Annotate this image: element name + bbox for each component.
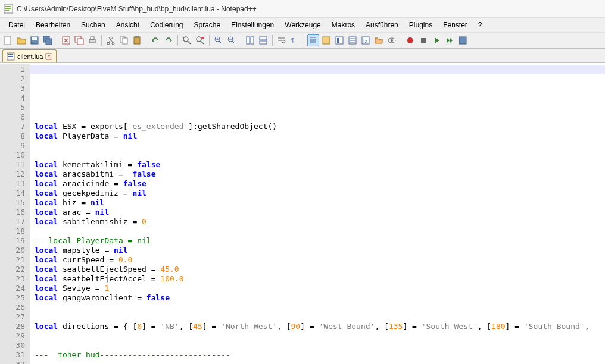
menu-item-ausführen[interactable]: Ausführen (361, 20, 403, 30)
save-button[interactable] (29, 34, 40, 46)
close-all-button[interactable] (73, 34, 85, 46)
code-line[interactable]: local hiz = nil (35, 198, 605, 208)
play-multi-button[interactable] (444, 34, 456, 46)
toolbar-separator (101, 35, 102, 46)
redo-button[interactable] (163, 34, 174, 46)
code-line[interactable]: local aracicinde = false (35, 179, 605, 189)
menu-item-datei[interactable]: Datei (4, 20, 30, 30)
code-line[interactable]: local seatbeltEjectAccel = 100.0 (35, 274, 605, 284)
udl-button[interactable] (320, 34, 332, 46)
menu-item-?[interactable]: ? (473, 20, 487, 30)
code-line[interactable]: local directions = { [0] = 'NB', [45] = … (35, 322, 605, 331)
close-button[interactable] (60, 34, 72, 46)
code-line[interactable] (35, 141, 605, 150)
code-line[interactable]: local sabitlenmishiz = 0 (35, 217, 605, 227)
menu-item-fenster[interactable]: Fenster (438, 20, 472, 30)
code-line[interactable]: local PlayerData = nil (35, 131, 605, 141)
toolbar-separator (304, 35, 304, 46)
print-button[interactable] (86, 34, 98, 46)
monitor-button[interactable] (386, 34, 398, 46)
toolbar-separator (401, 35, 401, 46)
folder-button[interactable] (373, 34, 385, 46)
play-macro-button[interactable] (431, 34, 442, 46)
indent-guide-button[interactable] (307, 34, 319, 46)
svg-rect-31 (336, 37, 343, 44)
wordwrap-button[interactable] (276, 34, 288, 46)
tab-close-button[interactable]: × (45, 53, 52, 60)
svg-rect-8 (46, 39, 52, 45)
code-line[interactable]: local seatbeltEjectSpeed = 45.0 (35, 265, 605, 274)
save-all-button[interactable] (42, 34, 54, 46)
show-all-chars-button[interactable]: ¶ (289, 34, 301, 46)
code-line[interactable]: --- toher hud---------------------------… (35, 350, 605, 360)
find-button[interactable] (181, 34, 193, 46)
line-number: 10 (0, 150, 25, 160)
code-line[interactable]: local Seviye = 1 (35, 284, 605, 293)
code-line[interactable]: local aracsabitmi = false (35, 170, 605, 179)
code-line[interactable] (35, 150, 605, 160)
code-area[interactable]: local ESX = exports['es_extended']:getSh… (30, 64, 605, 364)
code-line[interactable] (35, 103, 605, 112)
menu-item-bearbeiten[interactable]: Bearbeiten (31, 20, 75, 30)
undo-button[interactable] (149, 34, 161, 46)
line-number: 22 (0, 265, 25, 274)
code-line[interactable] (35, 112, 605, 122)
doc-map-button[interactable] (333, 34, 345, 46)
cut-button[interactable] (105, 34, 117, 46)
svg-rect-32 (337, 38, 339, 43)
sync-h-button[interactable] (257, 34, 269, 46)
copy-button[interactable] (118, 34, 130, 46)
svg-point-21 (197, 37, 201, 42)
code-line[interactable] (35, 360, 605, 364)
menu-item-werkzeuge[interactable]: Werkzeuge (280, 20, 325, 30)
paste-button[interactable] (131, 34, 143, 46)
line-number: 2 (0, 74, 25, 84)
toolbar-separator (241, 35, 241, 46)
line-number: 5 (0, 103, 25, 112)
svg-rect-27 (260, 37, 267, 40)
line-number: 21 (0, 255, 25, 265)
code-line[interactable]: local currSpeed = 0.0 (35, 255, 605, 265)
code-line[interactable]: local ESX = exports['es_extended']:getSh… (35, 122, 605, 131)
code-line[interactable]: local gangwaronclient = false (35, 293, 605, 303)
line-number: 9 (0, 141, 25, 150)
code-line[interactable] (35, 227, 605, 236)
doc-list-button[interactable] (347, 34, 358, 46)
line-number: 8 (0, 131, 25, 141)
menu-item-ansicht[interactable]: Ansicht (111, 20, 144, 30)
zoom-out-button[interactable] (226, 34, 238, 46)
svg-rect-22 (201, 37, 204, 39)
code-line[interactable]: -- local PlayerData = nil (35, 236, 605, 246)
menu-item-einstellungen[interactable]: Einstellungen (226, 20, 279, 30)
lua-file-icon (7, 52, 15, 61)
zoom-in-button[interactable] (213, 34, 224, 46)
code-line[interactable] (35, 93, 605, 103)
menu-item-suchen[interactable]: Suchen (76, 20, 110, 30)
line-number: 20 (0, 246, 25, 255)
code-line[interactable]: local arac = nil (35, 208, 605, 217)
code-line[interactable]: local kemertakilimi = false (35, 160, 605, 170)
code-line[interactable]: local gecekpedimiz = nil (35, 189, 605, 198)
open-file-button[interactable] (15, 34, 27, 46)
code-line[interactable]: local mapstyle = nil (35, 246, 605, 255)
line-number: 15 (0, 198, 25, 208)
replace-button[interactable] (194, 34, 206, 46)
code-line[interactable] (35, 331, 605, 341)
save-macro-button[interactable] (457, 34, 469, 46)
line-number: 17 (0, 217, 25, 227)
menu-item-codierung[interactable]: Codierung (145, 20, 188, 30)
func-list-button[interactable]: fx (360, 34, 372, 46)
menu-item-makros[interactable]: Makros (327, 20, 360, 30)
menu-item-plugins[interactable]: Plugins (404, 20, 437, 30)
toolbar-separator (57, 35, 57, 46)
stop-macro-button[interactable] (417, 34, 429, 46)
code-line[interactable] (35, 303, 605, 312)
code-line[interactable] (35, 312, 605, 322)
record-macro-button[interactable] (404, 34, 416, 46)
new-file-button[interactable] (2, 34, 14, 46)
sync-v-button[interactable] (244, 34, 256, 46)
code-line[interactable] (35, 341, 605, 350)
file-tab[interactable]: client.lua × (2, 49, 57, 62)
menu-item-sprache[interactable]: Sprache (189, 20, 226, 30)
svg-rect-43 (8, 56, 13, 57)
